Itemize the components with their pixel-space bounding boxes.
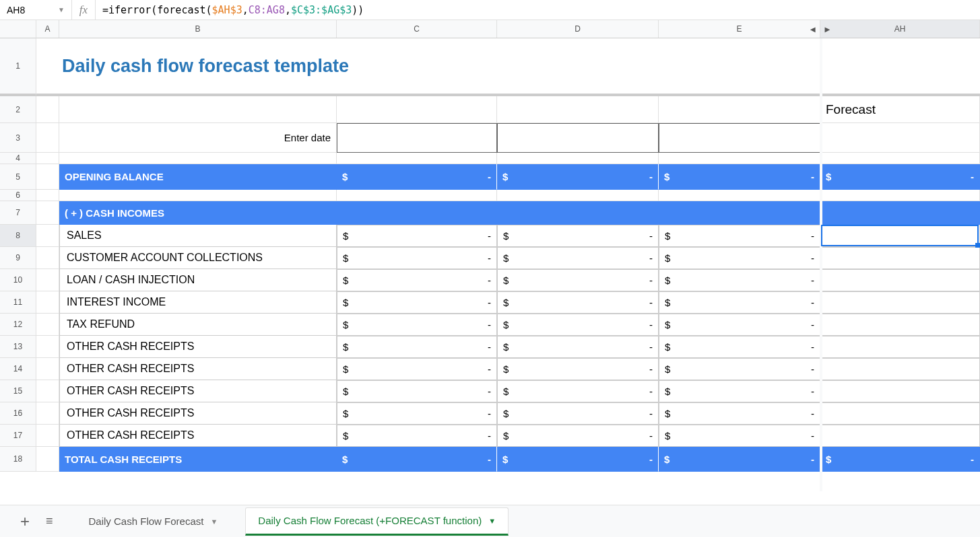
cell-A9[interactable]: [36, 247, 59, 269]
total-C[interactable]: $-: [337, 447, 497, 472]
total-E[interactable]: $-: [659, 447, 820, 472]
income-D-row8[interactable]: $-: [497, 225, 659, 247]
cell-A7[interactable]: [36, 201, 59, 225]
date-input-C[interactable]: [337, 123, 497, 153]
row-header-5[interactable]: 5: [0, 164, 36, 190]
cell-D2[interactable]: [497, 96, 659, 123]
income-label-row13[interactable]: OTHER CASH RECEIPTS: [59, 336, 337, 358]
col-header-B[interactable]: B: [59, 20, 337, 38]
row-header-4[interactable]: 4: [0, 153, 36, 164]
income-E-row17[interactable]: $-: [659, 425, 820, 447]
income-label-row17[interactable]: OTHER CASH RECEIPTS: [59, 425, 337, 447]
cell-A2[interactable]: [36, 96, 59, 123]
income-C-row12[interactable]: $-: [337, 314, 497, 336]
col-header-AH[interactable]: ► AH: [820, 20, 980, 38]
col-header-D[interactable]: D: [497, 20, 659, 38]
row-header-14[interactable]: 14: [0, 358, 36, 380]
row-header-12[interactable]: 12: [0, 314, 36, 336]
cell-A11[interactable]: [36, 291, 59, 314]
sheet-tab-1[interactable]: Daily Cash Flow Forecast ▼: [76, 507, 231, 536]
open-balance-E[interactable]: $-: [659, 164, 820, 190]
scroll-right-icon[interactable]: ►: [823, 24, 832, 34]
income-AH-row13[interactable]: [820, 336, 980, 358]
income-D-row11[interactable]: $-: [497, 291, 659, 314]
cell-A10[interactable]: [36, 269, 59, 291]
cell-A14[interactable]: [36, 358, 59, 380]
income-AH-row11[interactable]: [820, 291, 980, 314]
cell-A5[interactable]: [36, 164, 59, 190]
income-C-row11[interactable]: $-: [337, 291, 497, 314]
income-D-row13[interactable]: $-: [497, 336, 659, 358]
cell-A18[interactable]: [36, 447, 59, 472]
income-C-row16[interactable]: $-: [337, 402, 497, 425]
row-header-8[interactable]: 8: [0, 225, 36, 247]
total-D[interactable]: $-: [497, 447, 659, 472]
cell-D4[interactable]: [497, 153, 659, 164]
cell-B4[interactable]: [59, 153, 337, 164]
row-header-3[interactable]: 3: [0, 123, 36, 153]
income-D-row10[interactable]: $-: [497, 269, 659, 291]
name-box[interactable]: AH8 ▼: [0, 0, 72, 20]
row-header-17[interactable]: 17: [0, 425, 36, 447]
row-header-16[interactable]: 16: [0, 402, 36, 425]
income-D-row12[interactable]: $-: [497, 314, 659, 336]
row-header-1[interactable]: 1: [0, 38, 36, 96]
income-E-row8[interactable]: $-: [659, 225, 820, 247]
income-AH-row12[interactable]: [820, 314, 980, 336]
open-balance-C[interactable]: $-: [337, 164, 497, 190]
cell-A13[interactable]: [36, 336, 59, 358]
income-E-row14[interactable]: $-: [659, 358, 820, 380]
date-input-D[interactable]: [497, 123, 659, 153]
chevron-down-icon[interactable]: ▼: [488, 517, 496, 525]
row-header-15[interactable]: 15: [0, 380, 36, 402]
cell-B6[interactable]: [59, 190, 337, 201]
income-C-row9[interactable]: $-: [337, 247, 497, 269]
open-balance-AH[interactable]: $-: [820, 164, 980, 190]
income-AH-row15[interactable]: [820, 380, 980, 402]
income-E-row10[interactable]: $-: [659, 269, 820, 291]
cell-A8[interactable]: [36, 225, 59, 247]
row-header-7[interactable]: 7: [0, 201, 36, 225]
cell-A1[interactable]: [36, 38, 59, 94]
date-input-E[interactable]: [659, 123, 820, 153]
cell-A15[interactable]: [36, 380, 59, 402]
cell-B2[interactable]: [59, 96, 337, 123]
select-all-corner[interactable]: [0, 20, 36, 38]
scroll-left-icon[interactable]: ◄: [808, 24, 817, 34]
cell-A16[interactable]: [36, 402, 59, 425]
row-header-11[interactable]: 11: [0, 291, 36, 314]
row-header-2[interactable]: 2: [0, 96, 36, 123]
add-sheet-button[interactable]: +: [12, 512, 38, 531]
cell-C4[interactable]: [337, 153, 497, 164]
cell-A12[interactable]: [36, 314, 59, 336]
income-label-row16[interactable]: OTHER CASH RECEIPTS: [59, 402, 337, 425]
sheet-tab-2[interactable]: Daily Cash Flow Forecast (+FORECAST func…: [245, 507, 509, 536]
cash-incomes-header[interactable]: ( + ) CASH INCOMES: [59, 201, 980, 225]
income-label-row8[interactable]: SALES: [59, 225, 337, 247]
income-E-row12[interactable]: $-: [659, 314, 820, 336]
income-D-row14[interactable]: $-: [497, 358, 659, 380]
total-AH[interactable]: $-: [820, 447, 980, 472]
income-D-row9[interactable]: $-: [497, 247, 659, 269]
income-E-row16[interactable]: $-: [659, 402, 820, 425]
col-header-E[interactable]: E ◄: [659, 20, 820, 38]
open-balance-D[interactable]: $-: [497, 164, 659, 190]
cells-area[interactable]: Daily cash flow forecast template Foreca…: [36, 38, 980, 491]
income-D-row16[interactable]: $-: [497, 402, 659, 425]
income-label-row9[interactable]: CUSTOMER ACCOUNT COLLECTIONS: [59, 247, 337, 269]
formula-input[interactable]: =iferror(forecast( $AH$3 , C8:AG8 , $C$3…: [96, 4, 980, 16]
cell-C2[interactable]: [337, 96, 497, 123]
income-E-row13[interactable]: $-: [659, 336, 820, 358]
forecast-label[interactable]: Forecast: [820, 96, 980, 123]
col-header-A[interactable]: A: [36, 20, 59, 38]
cell-A4[interactable]: [36, 153, 59, 164]
income-C-row15[interactable]: $-: [337, 380, 497, 402]
income-C-row17[interactable]: $-: [337, 425, 497, 447]
cell-C6[interactable]: [337, 190, 497, 201]
income-label-row12[interactable]: TAX REFUND: [59, 314, 337, 336]
income-label-row15[interactable]: OTHER CASH RECEIPTS: [59, 380, 337, 402]
date-input-AH[interactable]: [820, 123, 980, 153]
income-D-row17[interactable]: $-: [497, 425, 659, 447]
income-D-row15[interactable]: $-: [497, 380, 659, 402]
income-E-row9[interactable]: $-: [659, 247, 820, 269]
